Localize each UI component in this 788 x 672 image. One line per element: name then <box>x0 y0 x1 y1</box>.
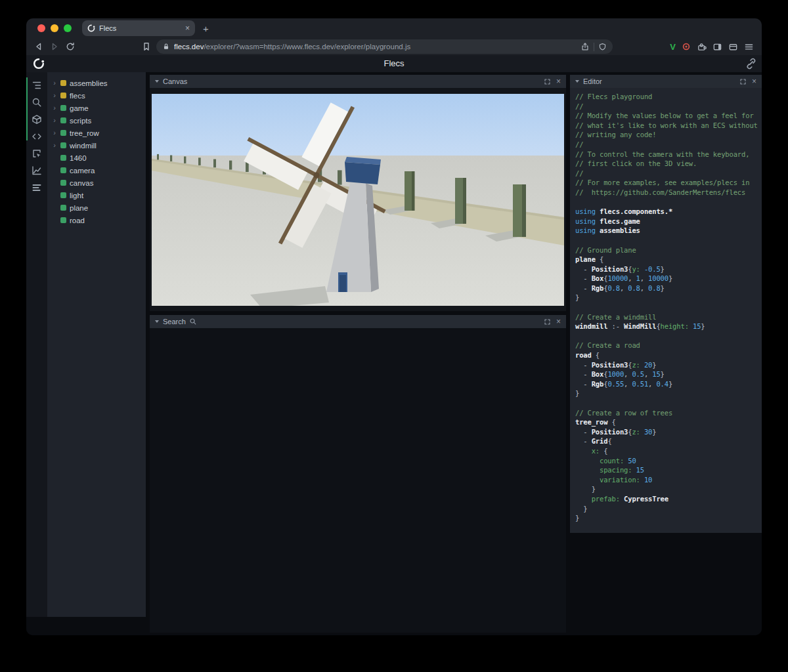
tree-item-label: road <box>70 217 85 224</box>
canvas-panel: Canvas × <box>150 75 566 311</box>
tree-item-label: light <box>70 192 83 200</box>
url-domain: flecs.dev <box>174 43 204 51</box>
permalink-button[interactable] <box>745 57 756 70</box>
code-scripts-icon[interactable] <box>32 131 42 142</box>
commands-list-icon[interactable] <box>32 182 42 193</box>
extensions-puzzle-button[interactable] <box>697 42 707 52</box>
editor-code[interactable]: // Flecs playground//// Modify the value… <box>570 88 762 533</box>
editor-panel: Editor × // Flecs playground//// Modify … <box>570 75 762 533</box>
search-panel-title: Search <box>163 318 186 326</box>
expand-chevron-icon[interactable]: › <box>52 139 57 152</box>
share-icon[interactable] <box>580 42 590 51</box>
entity-color-swatch <box>60 155 66 161</box>
expand-panel-icon[interactable] <box>544 319 550 325</box>
collapse-caret-icon[interactable] <box>575 80 579 83</box>
expand-panel-icon[interactable] <box>740 79 746 85</box>
entity-tree-icon[interactable] <box>32 80 42 91</box>
tree-item[interactable]: plane <box>47 201 146 214</box>
stats-chart-icon[interactable] <box>32 165 42 176</box>
tool-sidebar <box>26 72 47 617</box>
entity-color-swatch <box>60 130 66 136</box>
tab-bar: Flecs × + <box>26 18 762 38</box>
expand-chevron-icon[interactable]: › <box>52 114 57 127</box>
expand-chevron-icon[interactable]: › <box>52 89 57 102</box>
tree-item[interactable]: › game <box>47 102 146 114</box>
tree-item-label: tree_row <box>70 129 99 137</box>
tree-item[interactable]: 1460 <box>47 152 146 164</box>
tree-item-label: scripts <box>70 117 91 125</box>
tree-item-label: canvas <box>70 179 93 187</box>
tree-item-label: 1460 <box>70 154 87 162</box>
tree-item[interactable]: canvas <box>47 177 146 189</box>
menu-button[interactable] <box>744 42 754 52</box>
bookmark-button[interactable] <box>141 41 152 52</box>
address-bar: flecs.dev/explorer/?wasm=https://www.fle… <box>26 38 762 55</box>
expand-chevron-icon[interactable]: › <box>52 127 57 139</box>
inspect-icon[interactable] <box>32 148 42 159</box>
tree-item-label: game <box>70 104 89 112</box>
tree-item[interactable]: › tree_row <box>47 127 146 139</box>
tree-item[interactable]: camera <box>47 164 146 177</box>
tree-item[interactable]: › scripts <box>47 114 146 127</box>
forward-button[interactable] <box>49 41 60 52</box>
canvas-panel-header: Canvas × <box>150 75 566 88</box>
url-field[interactable]: flecs.dev/explorer/?wasm=https://www.fle… <box>156 39 613 54</box>
field-divider <box>594 43 594 51</box>
url-text: flecs.dev/explorer/?wasm=https://www.fle… <box>174 43 577 51</box>
wallet-button[interactable] <box>728 42 738 52</box>
reload-button[interactable] <box>64 41 76 52</box>
tree-item-label: flecs <box>70 92 85 100</box>
3d-scene <box>152 94 564 306</box>
back-button[interactable] <box>33 41 45 52</box>
cube-3d-icon[interactable] <box>32 114 42 125</box>
tree-item[interactable]: › windmill <box>47 139 146 152</box>
traffic-light-close[interactable] <box>37 24 45 32</box>
collapse-caret-icon[interactable] <box>155 320 159 323</box>
entity-color-swatch <box>60 192 66 198</box>
entity-color-swatch <box>60 205 66 211</box>
new-tab-button[interactable]: + <box>203 23 209 34</box>
app-content: › assemblies › flecs › game › scripts › … <box>26 72 762 635</box>
entity-color-swatch <box>60 117 66 123</box>
tree-item[interactable]: › flecs <box>47 89 146 102</box>
expand-chevron-icon[interactable]: › <box>52 77 57 89</box>
expand-chevron-icon[interactable]: › <box>52 102 57 114</box>
search-tool-icon[interactable] <box>32 97 42 108</box>
close-panel-icon[interactable]: × <box>752 77 756 85</box>
collapse-caret-icon[interactable] <box>155 80 159 83</box>
close-panel-icon[interactable]: × <box>556 77 561 85</box>
entity-color-swatch <box>60 93 66 98</box>
tree-item-label: plane <box>70 204 88 212</box>
tree-item-label: camera <box>70 167 95 175</box>
search-panel: Search × <box>150 315 566 633</box>
sidebar-accent-bar <box>26 77 28 140</box>
entity-color-swatch <box>60 142 66 148</box>
flecs-favicon-icon <box>87 24 95 32</box>
entity-color-swatch <box>60 167 66 173</box>
close-panel-icon[interactable]: × <box>556 318 561 326</box>
extension-v-button[interactable]: V <box>670 42 676 52</box>
shield-icon[interactable] <box>598 43 607 51</box>
tree-item[interactable]: light <box>47 189 146 201</box>
entity-color-swatch <box>60 105 66 111</box>
traffic-light-zoom[interactable] <box>64 24 72 32</box>
tree-item[interactable]: road <box>47 214 146 226</box>
tab-close-icon[interactable]: × <box>185 24 190 32</box>
entity-color-swatch <box>60 80 66 86</box>
tree-item-label: windmill <box>70 142 97 150</box>
expand-panel-icon[interactable] <box>544 79 550 85</box>
traffic-lights <box>37 24 72 32</box>
canvas-viewport[interactable] <box>150 88 566 311</box>
browser-tab[interactable]: Flecs × <box>82 20 195 36</box>
canvas-panel-title: Canvas <box>163 77 187 85</box>
extension-red-button[interactable] <box>682 42 691 51</box>
entity-color-swatch <box>60 217 66 223</box>
tree-item[interactable]: › assemblies <box>47 77 146 89</box>
sidebar-toggle-button[interactable] <box>712 42 722 52</box>
tab-title: Flecs <box>99 24 181 32</box>
page-title: Flecs <box>26 55 762 72</box>
entity-color-swatch <box>60 180 66 186</box>
search-panel-header: Search × <box>150 315 566 328</box>
traffic-light-minimize[interactable] <box>51 24 58 32</box>
app-header: Flecs <box>26 55 762 72</box>
